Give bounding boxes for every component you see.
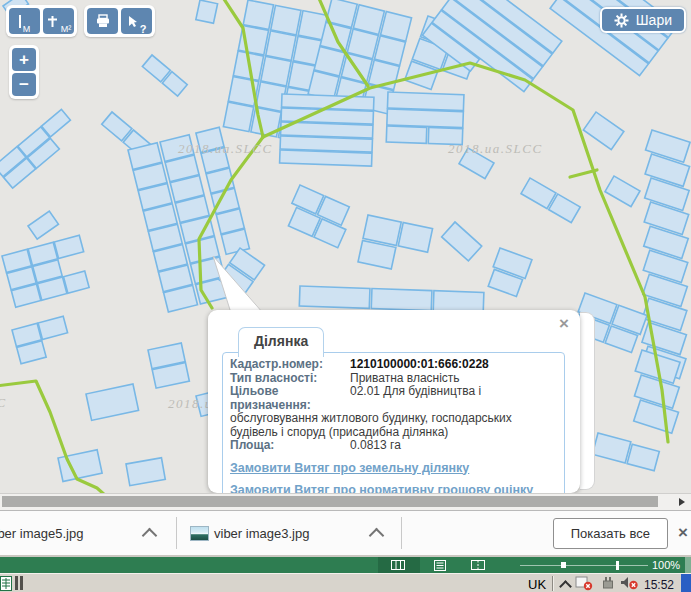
excel-app-icon[interactable] [0, 576, 12, 592]
field-value: Приватна власність [350, 371, 460, 385]
scrollbar-thumb[interactable] [2, 496, 658, 507]
field-label: Кадастр.номер: [230, 358, 350, 372]
zoom-slider-midpoint [561, 562, 566, 568]
zoom-percent-label[interactable]: 100% [652, 559, 680, 571]
measure-area-button[interactable]: M² [43, 8, 74, 34]
parcel-info-box: Кадастр.номер:1210100000:01:666:0228 Тип… [222, 352, 565, 493]
field-label: Тип власності: [230, 372, 350, 386]
taskbar-grip-bar [20, 576, 23, 590]
download-item-filename[interactable]: viber image5.jpg [0, 526, 83, 541]
print-button[interactable] [87, 8, 118, 34]
field-designated-purpose: Цільове призначення:02.01 Для будівництв… [230, 385, 557, 439]
chevron-up-icon[interactable] [142, 528, 158, 544]
measure-toolbar: M M² [6, 5, 77, 37]
network-disconnected-icon[interactable] [574, 576, 594, 591]
shelf-separator [401, 517, 402, 549]
gear-icon [614, 13, 629, 28]
map-area[interactable]: 2018.ua.SLCC 2018.ua.SLCC 2018.ua.SLCC 2… [0, 0, 691, 493]
page-layout-view-icon[interactable] [433, 560, 447, 571]
scrollbar-right-arrow-icon[interactable] [679, 498, 685, 506]
taskbar-clock[interactable]: 15:52 [644, 578, 674, 592]
download-item-filename[interactable]: viber image3.jpg [214, 526, 309, 541]
chevron-up-icon[interactable] [369, 528, 385, 544]
field-label: Площа: [230, 439, 350, 453]
hidden-icons-chevron-icon[interactable] [559, 580, 572, 592]
order-extract-parcel-link[interactable]: Замовити Витяг про земельну ділянку [230, 462, 557, 476]
print-identify-toolbar: ? [84, 5, 155, 37]
window-edge [681, 574, 691, 592]
parcel-info-popup: × Ділянка Кадастр.номер:1210100000:01:66… [208, 310, 580, 493]
zoom-in-button[interactable]: + [12, 48, 36, 71]
printer-icon [95, 14, 111, 28]
screen: 2018.ua.SLCC 2018.ua.SLCC 2018.ua.SLCC 2… [0, 0, 691, 592]
normal-view-icon[interactable] [391, 560, 405, 570]
zoom-slider-track[interactable] [520, 565, 648, 566]
status-bar-corner [685, 557, 691, 573]
zoom-out-button[interactable]: − [12, 73, 36, 96]
taskbar: UK 15:52 [0, 573, 691, 592]
measure-area-label: M² [61, 24, 72, 34]
background-panel-edge [580, 312, 595, 490]
field-value: 0.0813 га [350, 438, 401, 452]
ruler-line-icon [19, 15, 21, 28]
layers-button[interactable]: Шари [600, 7, 686, 33]
shelf-separator [176, 517, 177, 549]
watermark-text: 2018.ua.SLCC [0, 395, 7, 410]
field-area: Площа:0.0813 га [230, 439, 557, 453]
download-shelf: viber image5.jpg viber image3.jpg Показа… [0, 510, 691, 556]
field-label: Цільове призначення: [230, 385, 350, 412]
tray-separator [552, 576, 554, 591]
zoom-slider-thumb[interactable] [616, 561, 619, 570]
taskbar-grip-bar [15, 576, 18, 590]
cross-icon [46, 15, 59, 28]
measure-length-button[interactable]: M [9, 8, 40, 34]
field-cadastre-number: Кадастр.номер:1210100000:01:666:0228 [230, 358, 557, 372]
language-indicator[interactable]: UK [528, 577, 546, 592]
identify-label: ? [140, 24, 147, 34]
page-break-view-icon[interactable] [471, 560, 485, 570]
horizontal-scrollbar[interactable] [0, 493, 691, 510]
popup-close-icon[interactable]: × [559, 315, 569, 332]
excel-status-bar: 100% [0, 557, 691, 573]
order-extract-valuation-link[interactable]: Замовити Витяг про нормативну грошову оц… [230, 484, 557, 493]
usb-device-icon[interactable] [600, 576, 616, 590]
volume-muted-icon[interactable] [620, 576, 639, 590]
watermark-text: 2018.ua.SLCC [448, 141, 543, 156]
field-ownership-type: Тип власності:Приватна власність [230, 372, 557, 386]
shelf-close-icon[interactable]: × [678, 523, 688, 543]
image-thumbnail-icon [190, 526, 209, 541]
show-all-downloads-button[interactable]: Показать все [553, 518, 668, 549]
field-value: 1210100000:01:666:0228 [350, 357, 489, 371]
cursor-arrow-icon [127, 15, 138, 28]
watermark-text: 2018.ua.SLCC [178, 141, 273, 156]
identify-button[interactable]: ? [121, 8, 152, 34]
zoom-control: + − [9, 45, 39, 99]
layers-button-label: Шари [636, 12, 672, 28]
measure-length-label: M [23, 24, 31, 34]
tab-parcel[interactable]: Ділянка [238, 327, 324, 357]
